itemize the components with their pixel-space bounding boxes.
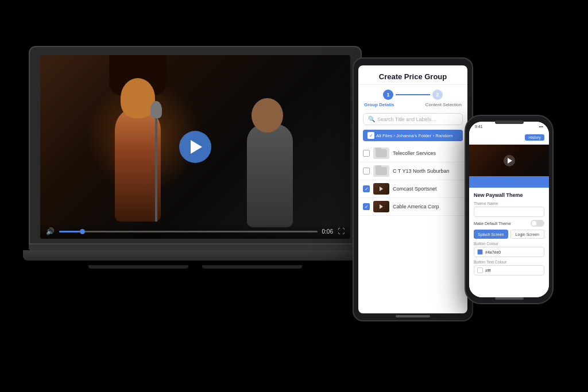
folder-icon: [376, 149, 387, 157]
laptop-device: 🔊 0:06 ⛶: [29, 46, 362, 271]
list-item[interactable]: C T Y13 North Suburban: [358, 162, 467, 180]
laptop-screen: 🔊 0:06 ⛶: [40, 55, 350, 239]
tablet-modal-title: Create Price Group: [364, 72, 462, 81]
phone-section-title: New Paywall Theme: [474, 192, 544, 198]
phone-play-button[interactable]: [504, 155, 515, 166]
phone-action-bar: [469, 176, 549, 188]
phone-button-color-label: Button Colour: [474, 242, 544, 246]
list-item-checkbox[interactable]: [363, 150, 370, 157]
video-time-label: 0:06: [322, 228, 333, 235]
list-item-label: Comcast Sportsnet: [393, 186, 463, 192]
breadcrumb-text: All Files › Johanna's Folder › Random: [376, 133, 453, 138]
phone-button-color-field[interactable]: #4a7ee0: [474, 247, 544, 257]
singer-silhouette: [98, 84, 178, 222]
list-item-checkbox-checked[interactable]: ✓: [363, 203, 370, 210]
phone-tab-login[interactable]: Login Screen: [510, 230, 545, 239]
phone-theme-name-label: Theme Name: [474, 201, 544, 205]
list-item-checkbox-checked[interactable]: ✓: [363, 185, 370, 192]
guitarist-body: [247, 124, 293, 227]
phone-make-default-label: Make Default Theme: [474, 222, 511, 226]
microphone-stand: [155, 107, 157, 222]
phone-make-default-toggle[interactable]: [531, 220, 544, 227]
page-root: 🔊 0:06 ⛶: [0, 0, 588, 392]
list-item-thumbnail: [373, 165, 389, 177]
phone-content-area: New Paywall Theme Theme Name Make Defaul…: [469, 188, 549, 297]
phone-nav-bar: History: [469, 131, 549, 145]
video-progress-bar[interactable]: [59, 231, 318, 232]
search-input[interactable]: Search Title and Labels...: [377, 117, 458, 122]
tablet-breadcrumb: ✓ All Files › Johanna's Folder › Random: [363, 130, 463, 141]
phone-video-preview: [469, 145, 549, 176]
volume-icon[interactable]: 🔊: [46, 227, 55, 235]
step-labels-row: Group Details Content Selection: [358, 102, 467, 111]
list-item-checkbox[interactable]: [363, 168, 370, 174]
phone-button-text-color-label: Button Text Colour: [474, 260, 544, 264]
step-1-label: Group Details: [364, 102, 394, 107]
tablet-stepper: 1 2: [358, 85, 467, 102]
list-item-label: Telecoller Services: [393, 150, 463, 156]
laptop-screen-bezel: 🔊 0:06 ⛶: [29, 46, 362, 244]
tablet-search-bar[interactable]: 🔍 Search Title and Labels...: [363, 113, 463, 125]
phone-play-icon: [508, 158, 512, 164]
singer-body: [115, 107, 161, 222]
list-item-video-thumbnail: [373, 201, 389, 212]
step-2-label: Content Selection: [425, 102, 462, 107]
search-icon: 🔍: [368, 116, 375, 122]
button-color-value: #4a7ee0: [485, 250, 501, 254]
button-color-swatch: [477, 249, 483, 255]
list-item[interactable]: Telecoller Services: [358, 145, 467, 162]
phone-nav-history-button[interactable]: History: [525, 134, 544, 141]
phone-time: 9:41: [475, 125, 483, 129]
tablet-home-bar: [396, 315, 430, 317]
breadcrumb-checkbox[interactable]: ✓: [368, 132, 374, 139]
phone-button-text-color-field[interactable]: #fff: [474, 265, 544, 275]
video-play-mini-icon: [380, 187, 383, 191]
laptop-base: [23, 250, 368, 261]
tablet-device: Create Price Group 1 2 Group Details Con…: [353, 57, 473, 321]
list-item-label: C T Y13 North Suburban: [393, 168, 463, 174]
list-item[interactable]: ✓ Comcast Sportsnet: [358, 180, 467, 198]
phone-battery-icons: ▪▪▪: [539, 125, 543, 129]
phone-home-indicator: [495, 297, 524, 300]
phone-theme-name-input[interactable]: [474, 207, 544, 217]
phone-device: 9:41 ▪▪▪ History New Payw: [465, 115, 554, 304]
guitarist-head: [252, 98, 283, 133]
laptop-hinge: [29, 244, 362, 250]
phone-screen: 9:41 ▪▪▪ History New Payw: [469, 122, 549, 297]
play-icon: [191, 140, 202, 154]
microphone-head: [150, 101, 162, 118]
tablet-content-list: Telecoller Services C T Y13 North Suburb…: [358, 143, 467, 313]
fullscreen-icon[interactable]: ⛶: [338, 227, 345, 235]
step-1-circle: 1: [383, 90, 393, 100]
singer-head: [121, 78, 155, 118]
button-text-color-value: #fff: [485, 269, 490, 273]
video-play-button[interactable]: [179, 131, 211, 163]
phone-notch: [495, 121, 524, 124]
step-2-circle: 2: [432, 90, 443, 100]
phone-make-default-row: Make Default Theme: [474, 220, 544, 227]
button-text-color-swatch: [477, 267, 483, 273]
laptop-feet: [29, 261, 362, 271]
progress-dot: [80, 229, 85, 234]
list-item[interactable]: ✓ Cable America Corp: [358, 198, 467, 216]
tablet-screen: Create Price Group 1 2 Group Details Con…: [358, 65, 467, 313]
folder-icon: [376, 167, 387, 175]
video-play-mini-icon: [380, 204, 383, 209]
phone-tab-splash[interactable]: Splash Screen: [474, 230, 508, 239]
list-item-label: Cable America Corp: [393, 204, 463, 209]
step-connector-line: [396, 94, 430, 95]
phone-video-overlay: [469, 145, 549, 176]
list-item-thumbnail: [373, 148, 389, 159]
progress-fill: [59, 231, 80, 232]
video-controls-bar: 🔊 0:06 ⛶: [40, 224, 350, 239]
guitarist-silhouette: [235, 101, 304, 227]
tablet-header: Create Price Group: [358, 65, 467, 85]
phone-screen-tabs: Splash Screen Login Screen: [474, 230, 544, 239]
list-item-video-thumbnail: [373, 183, 389, 195]
laptop-video-background: 🔊 0:06 ⛶: [40, 55, 350, 239]
